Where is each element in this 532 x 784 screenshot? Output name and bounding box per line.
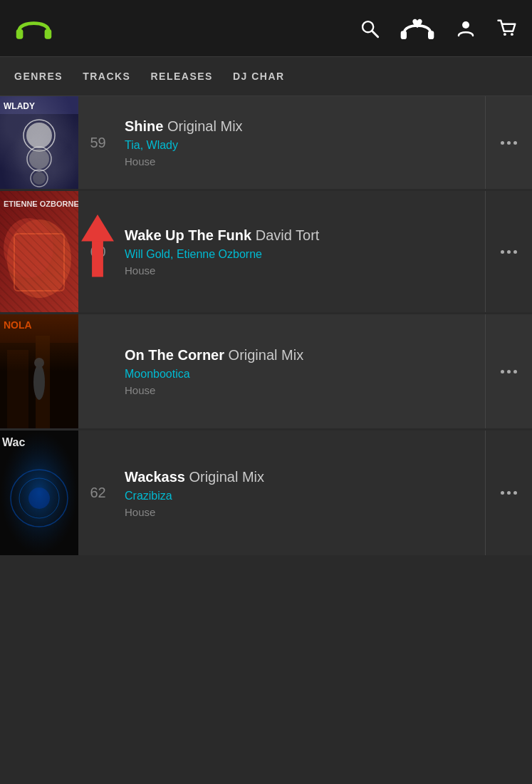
- nav-tabs: GENRES TRACKS RELEASES DJ CHAR: [0, 57, 532, 96]
- svg-rect-9: [0, 96, 78, 189]
- track-title: Wake Up The Funk David Tort: [125, 227, 479, 244]
- tab-dj-charts[interactable]: DJ CHAR: [233, 57, 305, 96]
- svg-rect-19: [0, 191, 78, 312]
- track-item: NOLA On The Corner Original Mix Moonboot…: [0, 314, 532, 428]
- svg-line-3: [372, 31, 378, 36]
- cart-icon[interactable]: [496, 18, 518, 39]
- track-divider: [485, 430, 486, 555]
- track-name-bold: On The Corner: [125, 347, 224, 363]
- track-divider: [485, 314, 486, 428]
- tab-releases[interactable]: RELEASES: [150, 57, 232, 96]
- svg-rect-30: [36, 336, 50, 428]
- svg-point-21: [7, 220, 71, 298]
- track-divider: [485, 191, 486, 312]
- track-item: ETIENNE OZBORNE 60 Wake Up The Funk Davi…: [0, 191, 532, 312]
- album-art: Wac: [0, 430, 78, 555]
- svg-text:ETIENNE OZBORNE: ETIENNE OZBORNE: [4, 200, 78, 208]
- svg-rect-24: [92, 238, 103, 277]
- svg-marker-25: [81, 215, 114, 242]
- track-info: Shine Original Mix Tia, Wlady House: [118, 96, 486, 189]
- trending-arrow-icon: [80, 215, 115, 289]
- search-icon[interactable]: [360, 19, 380, 38]
- track-artist[interactable]: Will Gold, Etienne Ozborne: [125, 248, 479, 261]
- dot: [513, 491, 517, 495]
- dot: [513, 250, 517, 254]
- track-mix: Original Mix: [229, 347, 304, 363]
- svg-text:NOLA: NOLA: [4, 319, 32, 331]
- track-info: Wake Up The Funk David Tort Will Gold, E…: [118, 191, 486, 312]
- dot: [501, 370, 504, 373]
- svg-point-16: [29, 149, 49, 169]
- svg-rect-23: [14, 234, 64, 291]
- svg-point-7: [504, 33, 506, 36]
- dot: [507, 250, 511, 254]
- album-art: NOLA: [0, 314, 78, 428]
- svg-rect-1: [45, 29, 52, 39]
- svg-point-15: [26, 123, 52, 148]
- album-art: WLADY: [0, 96, 78, 189]
- svg-point-39: [28, 488, 50, 509]
- svg-point-31: [33, 364, 45, 400]
- track-title: Wackass Original Mix: [125, 468, 479, 485]
- svg-rect-10: [0, 96, 78, 114]
- svg-rect-28: [0, 343, 78, 428]
- track-options-button[interactable]: [486, 430, 532, 555]
- logo[interactable]: [14, 12, 53, 44]
- svg-rect-29: [7, 350, 28, 428]
- track-artist[interactable]: Moonbootica: [125, 368, 479, 381]
- tab-tracks[interactable]: TRACKS: [83, 57, 150, 96]
- profile-icon[interactable]: [455, 18, 476, 39]
- track-title: Shine Original Mix: [125, 118, 479, 135]
- svg-rect-0: [16, 29, 24, 39]
- track-item: Wac 62 Wackass Original Mix Crazibiza Ho…: [0, 430, 532, 555]
- svg-text:WLADY: WLADY: [4, 101, 35, 111]
- album-art: ETIENNE OZBORNE: [0, 191, 78, 312]
- svg-rect-26: [0, 314, 78, 428]
- svg-point-6: [462, 21, 469, 29]
- svg-point-38: [19, 478, 59, 518]
- track-name-bold: Wackass: [125, 469, 185, 485]
- heartbeat-icon[interactable]: [400, 16, 435, 41]
- svg-rect-35: [0, 430, 78, 555]
- dot: [507, 491, 511, 495]
- dots-menu: [501, 250, 517, 254]
- svg-rect-34: [0, 430, 78, 555]
- dot: [501, 250, 504, 254]
- svg-rect-18: [0, 191, 78, 312]
- svg-rect-27: [0, 314, 78, 428]
- track-genre: House: [125, 264, 479, 277]
- dots-menu: [501, 370, 517, 373]
- track-artist[interactable]: Tia, Wlady: [125, 139, 479, 152]
- track-item: WLADY 59 Shine Original Mix Tia, Wlady H…: [0, 96, 532, 189]
- svg-point-13: [27, 147, 51, 171]
- track-genre: House: [125, 384, 479, 396]
- track-info: Wackass Original Mix Crazibiza House: [118, 430, 486, 555]
- track-list: WLADY 59 Shine Original Mix Tia, Wlady H…: [0, 96, 532, 555]
- track-artist[interactable]: Crazibiza: [125, 490, 479, 502]
- track-options-button[interactable]: [486, 314, 532, 428]
- dot: [507, 370, 511, 373]
- dot: [501, 141, 504, 145]
- track-rank: [78, 314, 118, 428]
- svg-text:Wac: Wac: [2, 436, 25, 448]
- header-icons: [360, 16, 518, 41]
- dots-menu: [501, 141, 517, 145]
- svg-point-12: [24, 120, 55, 151]
- track-mix: David Tort: [256, 227, 320, 243]
- track-mix: Original Mix: [189, 469, 264, 485]
- track-mix: Original Mix: [167, 118, 243, 134]
- track-info: On The Corner Original Mix Moonbootica H…: [118, 314, 486, 428]
- svg-rect-5: [428, 31, 434, 39]
- svg-point-37: [11, 470, 68, 527]
- track-options-button[interactable]: [486, 96, 532, 189]
- track-title: On The Corner Original Mix: [125, 346, 479, 363]
- track-divider: [485, 96, 486, 189]
- svg-point-14: [31, 170, 48, 187]
- track-genre: House: [125, 506, 479, 518]
- svg-point-32: [34, 358, 44, 368]
- track-genre: House: [125, 155, 479, 167]
- logo-icon: [14, 12, 53, 44]
- tab-genres[interactable]: GENRES: [14, 57, 83, 96]
- svg-point-22: [4, 218, 53, 278]
- track-options-button[interactable]: [486, 191, 532, 312]
